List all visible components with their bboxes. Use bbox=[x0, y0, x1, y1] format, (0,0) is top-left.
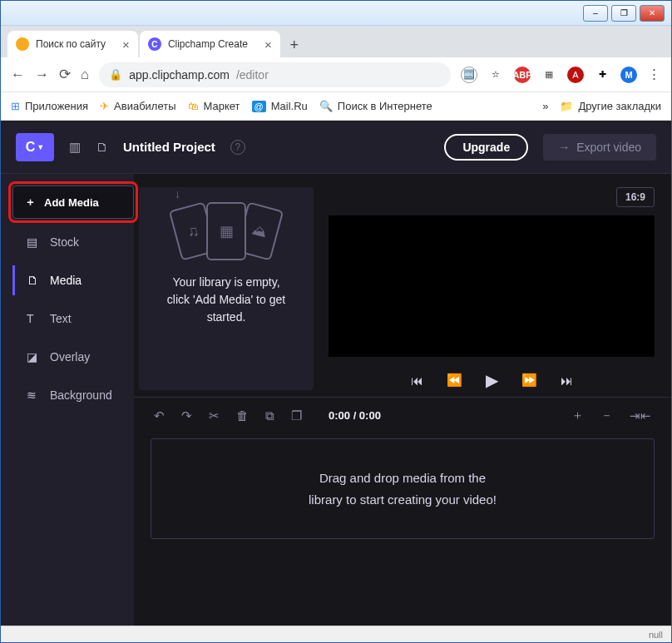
sidebar-item-label: Stock bbox=[50, 235, 79, 249]
minimize-button[interactable]: – bbox=[583, 5, 608, 22]
upper-row: ↓ ♫ ▦ ⛰ Your library is empty, click 'Ad… bbox=[134, 174, 671, 397]
zoom-in-icon[interactable]: ＋ bbox=[571, 408, 584, 423]
sidebar-item-text[interactable]: TText bbox=[12, 304, 134, 334]
sidebar-item-media[interactable]: 🗋Media bbox=[12, 265, 134, 295]
bookmarks-overflow-icon[interactable]: » bbox=[542, 100, 548, 112]
export-video-button[interactable]: → Export video bbox=[543, 134, 656, 161]
adblock-icon[interactable]: ABP bbox=[514, 67, 531, 83]
plus-icon: ＋ bbox=[25, 195, 36, 210]
apps-shortcut[interactable]: ⊞Приложения bbox=[11, 100, 88, 112]
zoom-out-icon[interactable]: － bbox=[600, 408, 613, 423]
home-icon[interactable]: ⌂ bbox=[81, 67, 89, 83]
other-bookmarks[interactable]: 📁Другие закладки bbox=[560, 100, 661, 112]
close-window-button[interactable]: ✕ bbox=[640, 5, 665, 22]
document-icon[interactable]: 🗋 bbox=[96, 140, 108, 154]
new-tab-button[interactable]: + bbox=[282, 32, 307, 57]
rewind-icon[interactable]: ⏪ bbox=[447, 373, 462, 388]
cut-icon[interactable]: ✂ bbox=[209, 408, 220, 423]
project-title[interactable]: Untitled Project bbox=[123, 140, 215, 154]
extension-icon[interactable]: ✚ bbox=[594, 67, 610, 83]
browser-tabbar: Поиск по сайту × C Clipchamp Create × + bbox=[1, 26, 671, 57]
app-viewport: C ▼ ▥ 🗋 Untitled Project ? Upgrade → Exp… bbox=[1, 121, 671, 626]
sidebar-item-label: Overlay bbox=[50, 350, 90, 364]
sidebar-item-background[interactable]: ≋Background bbox=[12, 380, 134, 410]
maximize-button[interactable]: ❐ bbox=[611, 5, 636, 22]
add-media-button[interactable]: ＋ Add Media bbox=[12, 185, 134, 219]
tab-clipchamp[interactable]: C Clipchamp Create × bbox=[140, 31, 280, 57]
market-icon: 🛍 bbox=[188, 100, 199, 112]
bookmark-label: Другие закладки bbox=[578, 100, 661, 112]
bookmark-market[interactable]: 🛍Маркет bbox=[188, 100, 240, 112]
library-panel: ↓ ♫ ▦ ⛰ Your library is empty, click 'Ad… bbox=[139, 187, 314, 390]
bookmark-label: Mail.Ru bbox=[271, 100, 308, 112]
sidebar-item-overlay[interactable]: ◪Overlay bbox=[12, 342, 134, 372]
fit-timeline-icon[interactable]: ⇥⇤ bbox=[630, 408, 651, 423]
url-field[interactable]: 🔒 app.clipchamp.com/editor bbox=[99, 62, 451, 87]
bookmark-star-icon[interactable]: ☆ bbox=[487, 67, 504, 83]
app-main: ＋ Add Media ▤Stock 🗋Media TText ◪Overlay… bbox=[1, 174, 671, 626]
close-tab-icon[interactable]: × bbox=[122, 37, 130, 52]
timeline-time: 0:00 / 0:00 bbox=[329, 409, 381, 422]
text-line: click 'Add Media' to get bbox=[167, 291, 285, 309]
download-arrow-icon: ↓ bbox=[175, 187, 180, 200]
forward-icon[interactable]: → bbox=[35, 67, 49, 83]
back-icon[interactable]: ← bbox=[11, 67, 25, 83]
pdf-icon[interactable]: A bbox=[567, 67, 584, 83]
sidebar-item-label: Text bbox=[50, 312, 72, 325]
help-icon[interactable]: ? bbox=[230, 140, 245, 155]
tab-search-site[interactable]: Поиск по сайту × bbox=[7, 31, 138, 57]
browser-statusbar: null bbox=[1, 626, 671, 642]
plane-icon: ✈ bbox=[100, 100, 109, 112]
upgrade-button[interactable]: Upgrade bbox=[444, 134, 528, 161]
undo-icon[interactable]: ↶ bbox=[154, 408, 165, 423]
bookmark-label: Маркет bbox=[204, 100, 240, 112]
bookmark-label: Авиабилеты bbox=[114, 100, 175, 112]
profile-avatar[interactable]: M bbox=[620, 67, 637, 83]
extension-icon[interactable]: ▦ bbox=[541, 67, 557, 83]
reload-icon[interactable]: ⟳ bbox=[59, 66, 71, 83]
play-icon[interactable]: ▶ bbox=[486, 370, 498, 390]
content-column: ↓ ♫ ▦ ⛰ Your library is empty, click 'Ad… bbox=[134, 174, 671, 626]
overlay-icon: ◪ bbox=[27, 350, 40, 364]
preview-canvas[interactable] bbox=[329, 215, 655, 357]
timeline-dropzone[interactable]: Drag and drop media from the library to … bbox=[151, 438, 655, 539]
add-media-label: Add Media bbox=[44, 196, 99, 209]
sidebar: ＋ Add Media ▤Stock 🗋Media TText ◪Overlay… bbox=[1, 174, 134, 626]
status-text: null bbox=[649, 630, 663, 640]
url-domain: app.clipchamp.com bbox=[129, 68, 230, 82]
text-icon: T bbox=[27, 312, 40, 325]
sidebar-item-stock[interactable]: ▤Stock bbox=[12, 227, 134, 257]
url-path: /editor bbox=[236, 68, 269, 82]
stock-icon: ▤ bbox=[27, 235, 40, 249]
text-line: started. bbox=[167, 309, 285, 326]
logo-letter: C bbox=[26, 140, 36, 155]
address-bar: ← → ⟳ ⌂ 🔒 app.clipchamp.com/editor 🔤 ☆ A… bbox=[1, 57, 671, 92]
bookmarks-bar: ⊞Приложения ✈Авиабилеты 🛍Маркет @Mail.Ru… bbox=[1, 92, 671, 121]
favicon-icon bbox=[16, 37, 29, 51]
app-header: C ▼ ▥ 🗋 Untitled Project ? Upgrade → Exp… bbox=[1, 121, 671, 174]
close-tab-icon[interactable]: × bbox=[264, 37, 272, 52]
bookmark-label: Поиск в Интернете bbox=[338, 100, 432, 112]
bookmark-websearch[interactable]: 🔍Поиск в Интернете bbox=[319, 100, 432, 112]
fast-forward-icon[interactable]: ⏩ bbox=[521, 373, 537, 388]
copy-icon[interactable]: ⧉ bbox=[265, 408, 274, 423]
skip-end-icon[interactable]: ⏭ bbox=[561, 373, 573, 388]
film-card-icon: ▦ bbox=[206, 202, 246, 260]
export-label: Export video bbox=[576, 141, 641, 154]
delete-icon[interactable]: 🗑 bbox=[236, 408, 249, 423]
layout-icon[interactable]: ▥ bbox=[69, 140, 81, 155]
logo-menu-button[interactable]: C ▼ bbox=[16, 133, 54, 161]
library-empty-text: Your library is empty, click 'Add Media'… bbox=[167, 274, 285, 326]
overflow-menu-icon[interactable]: ⋮ bbox=[647, 66, 661, 83]
redo-icon[interactable]: ↷ bbox=[181, 408, 192, 423]
mailru-icon: @ bbox=[252, 101, 266, 112]
duplicate-icon[interactable]: ❐ bbox=[291, 408, 302, 423]
timeline-toolbar: ↶ ↷ ✂ 🗑 ⧉ ❐ 0:00 / 0:00 ＋ － ⇥⇤ bbox=[134, 397, 671, 433]
translate-icon[interactable]: 🔤 bbox=[461, 67, 477, 83]
export-arrow-icon: → bbox=[558, 141, 570, 154]
bookmark-mailru[interactable]: @Mail.Ru bbox=[252, 100, 308, 112]
bookmark-avia[interactable]: ✈Авиабилеты bbox=[100, 100, 175, 112]
skip-start-icon[interactable]: ⏮ bbox=[411, 373, 423, 388]
tab-label: Поиск по сайту bbox=[36, 38, 106, 50]
aspect-ratio-button[interactable]: 16:9 bbox=[616, 187, 655, 207]
